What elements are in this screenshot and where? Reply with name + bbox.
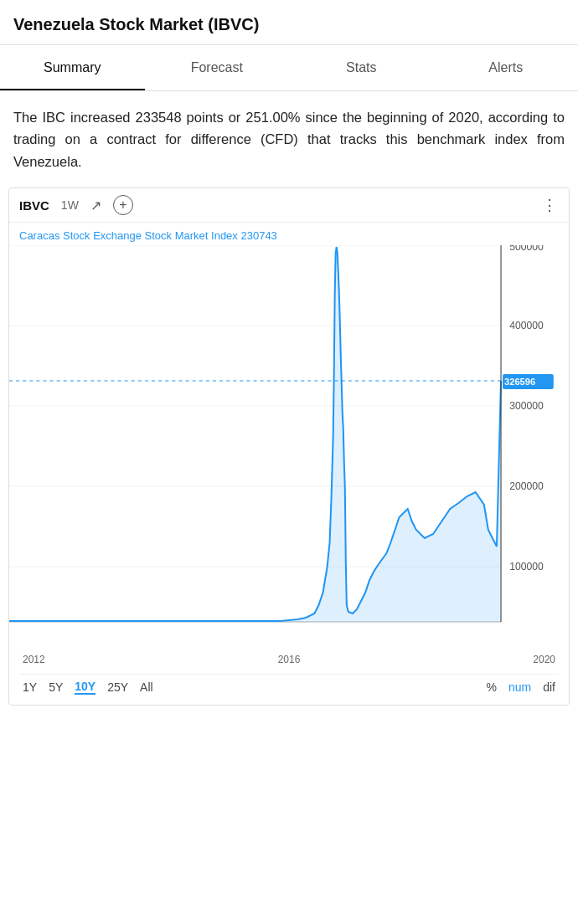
chart-container: IBVC 1W ↗ + ⋮ Caracas Stock Exchange Sto… — [8, 187, 570, 706]
chart-toolbar: IBVC 1W ↗ + ⋮ — [9, 188, 569, 223]
year-2020: 2020 — [533, 654, 555, 665]
chart-symbol: IBVC — [19, 198, 49, 213]
svg-text:400000: 400000 — [509, 320, 544, 331]
add-icon[interactable]: + — [113, 195, 133, 215]
time-btn-5y[interactable]: 5Y — [49, 680, 63, 694]
tab-alerts[interactable]: Alerts — [434, 45, 579, 90]
summary-text: The IBC increased 233548 points or 251.0… — [0, 91, 578, 187]
trend-icon[interactable]: ↗ — [90, 198, 101, 213]
tab-summary[interactable]: Summary — [0, 45, 145, 90]
time-btn-1y[interactable]: 1Y — [23, 680, 37, 694]
more-icon[interactable]: ⋮ — [542, 196, 559, 214]
time-btn-25y[interactable]: 25Y — [107, 680, 128, 694]
view-num[interactable]: num — [508, 680, 531, 694]
year-2016: 2016 — [278, 654, 301, 665]
tab-bar: Summary Forecast Stats Alerts — [0, 45, 578, 91]
view-buttons: % num dif — [487, 680, 555, 694]
chart-footer: 2012 2016 2020 1Y 5Y 10Y 25Y All % num d… — [9, 647, 569, 705]
header: Venezuela Stock Market (IBVC) — [0, 0, 578, 45]
page-title: Venezuela Stock Market (IBVC) — [13, 15, 565, 34]
year-labels: 2012 2016 2020 — [19, 654, 559, 665]
time-btn-10y[interactable]: 10Y — [75, 680, 95, 695]
year-2012: 2012 — [23, 654, 45, 665]
svg-text:326596: 326596 — [504, 377, 535, 387]
svg-text:500000: 500000 — [509, 245, 544, 253]
svg-marker-14 — [9, 247, 501, 622]
time-range-row: 1Y 5Y 10Y 25Y All % num dif — [19, 674, 559, 700]
chart-period[interactable]: 1W — [61, 198, 79, 212]
view-dif[interactable]: dif — [543, 680, 555, 694]
time-btn-all[interactable]: All — [140, 680, 153, 694]
svg-text:200000: 200000 — [509, 480, 544, 492]
tab-forecast[interactable]: Forecast — [145, 45, 290, 90]
tab-stats[interactable]: Stats — [289, 45, 434, 90]
chart-label: Caracas Stock Exchange Stock Market Inde… — [9, 223, 569, 245]
svg-text:100000: 100000 — [509, 561, 544, 572]
chart-svg: 500000 400000 300000 200000 100000 32659… — [9, 245, 569, 647]
svg-text:300000: 300000 — [509, 400, 544, 412]
chart-area: 500000 400000 300000 200000 100000 32659… — [9, 245, 569, 647]
view-percent[interactable]: % — [487, 680, 497, 694]
